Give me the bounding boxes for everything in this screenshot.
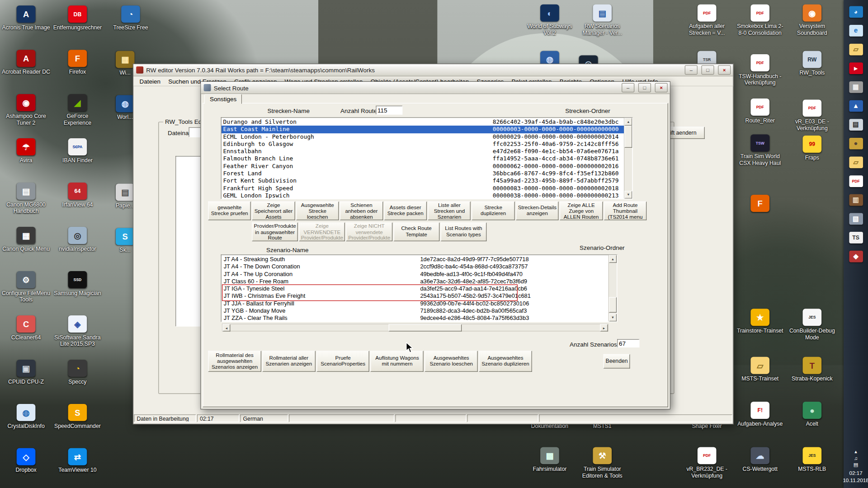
library-icon[interactable]: ▥	[847, 192, 864, 207]
desktop-icon-geforce-experience[interactable]: ◢ GeForce Experience	[53, 94, 102, 126]
East Coast Mainline[interactable]: East Coast Mainline 00000003-0000-0000-0…	[222, 126, 624, 133]
JT A4 - Streaking South[interactable]: JT A4 - Streaking South 1de72acc-8a2d-49…	[222, 256, 609, 263]
select-route-titlebar[interactable]: Select Route – □ ×	[201, 82, 670, 94]
scenario-horizontal-scrollbar[interactable]: ◄ ►	[222, 324, 609, 331]
scroll-right-arrow-icon[interactable]: ►	[600, 324, 608, 332]
desktop-icon-aufgaben-aller-strecken-v[interactable]: PDF Aufgaben aller Strecken = V...	[683, 5, 731, 36]
scroll-thumb[interactable]	[609, 297, 617, 313]
desktop-icon-canon-mg6800-handbuch[interactable]: ▤ Canon MG6800 Handbuch	[2, 183, 51, 214]
desktop-icon-world-of-subways-vol-2[interactable]: ◐ World of Subways Vol.2	[525, 5, 574, 36]
calculator-icon[interactable]: ▤	[847, 117, 864, 132]
desktop-icon-acelt[interactable]: ● Acelt	[788, 402, 836, 427]
desktop-icon-firefox[interactable]: F Firefox	[53, 50, 102, 75]
ts-app-icon[interactable]: TS	[847, 230, 864, 245]
scenario-action-button[interactable]: Auflistung Wagons mit nummern	[371, 351, 424, 372]
lock-icon[interactable]: ●	[847, 136, 864, 151]
tray-icon[interactable]: ♫	[854, 456, 858, 461]
Frankfurt High Speed[interactable]: Frankfurt High Speed 00000083-0000-0000-…	[222, 185, 624, 192]
Edinburgh to Glasgow[interactable]: Edinburgh to Glasgow ffc02253-25f0-40a6-…	[222, 141, 624, 148]
desktop-icon-trainstore-trainset[interactable]: ★ Trainstore-Trainset	[736, 309, 784, 334]
desktop-icon-route-riter[interactable]: PDF Route_Riter	[736, 99, 784, 124]
scenario-action-button[interactable]: Rollmaterial aller Szenarien anzeigen	[262, 351, 315, 372]
tray-icon[interactable]: ▤	[854, 463, 858, 468]
desktop-icon-straba-kopenick[interactable]: T Straba-Kopenick	[788, 357, 836, 382]
scenario-action-button[interactable]: Ausgewaehltes Szenario duplizieren	[479, 351, 532, 372]
dialog-close-button[interactable]: ×	[655, 83, 668, 93]
desktop-icon-conbuilder-debug-mode[interactable]: JES ConBuilder-Debug Mode	[788, 309, 836, 340]
desktop-icon-treesize-free[interactable]: ◔ TreeSize Free	[106, 5, 155, 31]
media-player-icon[interactable]: ▸	[847, 60, 864, 75]
folder2-icon[interactable]: ▱	[847, 155, 864, 170]
desktop-icon-msts-trainset[interactable]: ▱ MSTS-Trainset	[736, 357, 784, 382]
desktop-icon-canon-quick-menu[interactable]: ▦ Canon Quick Menu	[2, 227, 51, 252]
JT IGA - Tyneside Steel[interactable]: JT IGA - Tyneside Steel da3fef25-acc9-47…	[222, 285, 609, 292]
desktop-icon-samsung-magician[interactable]: SSD Samsung Magician	[53, 271, 102, 296]
desktop-icon-iban-finder[interactable]: S€PA IBAN Finder	[53, 138, 102, 164]
route-action-button[interactable]: Zeige Speicherort aller Assets	[252, 202, 295, 221]
scroll-thumb[interactable]	[624, 126, 632, 148]
desktop-icon-fraps[interactable]: 99 Fraps	[788, 136, 836, 161]
desktop-icon-firefox-shortcut[interactable]: F	[736, 195, 784, 212]
route-action-button-check-route-template[interactable]: Check Route Template	[393, 222, 439, 241]
Durango and Silverton[interactable]: Durango and Silverton 8266c402-39af-45da…	[222, 118, 624, 126]
desktop-icon-versystem-soundboard[interactable]: ◉ Versystem Soundboard	[788, 5, 836, 36]
desktop-icon-aufgaben-analyse[interactable]: F! Aufgaben-Analyse	[736, 402, 784, 427]
anzahl-routen-input[interactable]	[376, 106, 402, 115]
pdf-reader-icon[interactable]: PDF	[847, 173, 864, 188]
Falmouth Branch Line[interactable]: Falmouth Branch Line ffa14952-5aaa-4ccd-…	[222, 155, 624, 162]
route-action-button[interactable]: gewaehlte Strecke pruefen	[208, 202, 251, 221]
internet-explorer-icon[interactable]: e	[847, 23, 864, 38]
tab-sonstiges[interactable]: Sonstiges	[204, 94, 242, 104]
desktop-icon-nvidiainspector[interactable]: ◎ nvidiaInspector	[53, 227, 102, 252]
desktop-icon-fahrsimulator[interactable]: ▩ Fahrsimulator	[525, 447, 574, 472]
desktop-icon-msts-rlb[interactable]: JES MSTS-RLB	[788, 447, 836, 472]
JT Class 60 - Free Roam[interactable]: JT Class 60 - Free Roam a36e73ac-32d6-48…	[222, 278, 609, 285]
Feather River Canyon[interactable]: Feather River Canyon 00000062-0000-0000-…	[222, 163, 624, 170]
route-list-scrollbar[interactable]: ▲ ▼	[624, 118, 632, 199]
maximize-button[interactable]: □	[701, 65, 714, 75]
desktop-icon-ashampoo-core-tuner-2[interactable]: ◉ Ashampoo Core Tuner 2	[2, 94, 51, 126]
route-action-button-list-routes-with-scenario-types[interactable]: List Routes with Scenario types	[440, 222, 486, 241]
grey-app-icon[interactable]: ▦	[847, 79, 864, 94]
route-action-button-zeige-nicht-verwendete-provider-produkte[interactable]: Zeige NICHT verwendete Provider/Produkte	[346, 222, 392, 241]
anzahl-szenarios-input[interactable]	[617, 339, 639, 347]
JT A4 - The Down Coronation[interactable]: JT A4 - The Down Coronation 2ccf9d8c-ba4…	[222, 263, 609, 270]
JT IWB - Christmas Eve Freight[interactable]: JT IWB - Christmas Eve Freight 2543a175-…	[222, 292, 609, 300]
grey-app2-icon[interactable]: ▧	[847, 211, 864, 226]
scenario-list-scrollbar[interactable]: ▲ ▼	[609, 255, 617, 321]
route-action-button[interactable]: Strecke duplizieren	[472, 202, 515, 221]
desktop-icon-smokebox-lima-2-8-0-consolidation[interactable]: PDF Smokebox Lima 2-8-0 Consolidation	[736, 5, 784, 36]
desktop-icon-tsw-handbuch-verkn-pfung[interactable]: PDF TSW-Handbuch - Verknüpfung	[736, 54, 784, 86]
desktop-icon-crystaldiskinfo[interactable]: ◍ CrystalDiskInfo	[2, 404, 51, 429]
scenario-action-button[interactable]: Rollmaterial des ausgewaehlten Szenarios…	[208, 351, 261, 372]
scenario-action-button[interactable]: Ausgewaehltes Szenario loeschen	[425, 351, 478, 372]
desktop-icon-train-sim-world-csx-heavy-haul[interactable]: TSW Train Sim World CSX Heavy Haul	[736, 135, 784, 166]
desktop-icon-entfernungsrechner[interactable]: DB Entfernungsrechner	[53, 5, 102, 31]
taskbar-clock[interactable]: 02:17 10.11.2018	[843, 470, 868, 483]
route-action-button[interactable]: Add Route Thumbnail (TS2014 menu only)	[604, 202, 646, 221]
JT A4 - The Up Coronation[interactable]: JT A4 - The Up Coronation 49bedbfe-ad13-…	[222, 270, 609, 277]
desktop-icon-cs-wettergott[interactable]: ☁ CS-Wettergott	[736, 447, 784, 472]
puzzle-app-icon[interactable]: ◆	[847, 249, 864, 264]
dialog-restore-button[interactable]: □	[638, 83, 651, 93]
route-action-button-zeige-verwendete-provider-produkte[interactable]: Zeige VERWENDETE Provider/Produkte	[299, 222, 345, 241]
desktop-icon-vr-e03-de-verkn-pfung[interactable]: PDF vR_E03_DE - Verknüpfung	[788, 99, 836, 131]
desktop-icon-avira[interactable]: ☂ Avira	[2, 138, 51, 164]
desktop-icon-sisoftware-sandra-lite-2015-sp3[interactable]: ◈ SiSoftware Sandra Lite 2015.SP3	[53, 315, 102, 347]
route-action-button[interactable]: Liste aller Strecken und Szenarien druck…	[428, 202, 471, 221]
minimize-button[interactable]: –	[685, 65, 698, 75]
route-action-button[interactable]: Schienen anheben oder absenken	[340, 202, 383, 221]
dialog-minimize-button[interactable]: –	[622, 83, 634, 93]
desktop-icon-train-simulator-editoren-tools[interactable]: ⚒ Train Simulator Editoren & Tools	[578, 447, 627, 479]
desktop-icon-acrobat-reader-dc[interactable]: A Acrobat Reader DC	[2, 50, 51, 75]
folder-icon[interactable]: ▱	[847, 42, 864, 57]
shield-icon[interactable]: ▲	[847, 98, 864, 113]
blue-orb-icon[interactable]: ◕	[847, 4, 864, 19]
ECML London - Peterborough[interactable]: ECML London - Peterborough 00000029-0000…	[222, 133, 624, 141]
JT YGB - Monday Move[interactable]: JT YGB - Monday Move 7189c882-dca3-4dec-…	[222, 307, 609, 314]
route-action-button[interactable]: Zeige ALLE Zuege von ALLEN Routen	[560, 202, 603, 221]
desktop-icon-configure-filemenu-tools[interactable]: ⚙ Configure FileMenu Tools	[2, 271, 51, 303]
Ennstalbahn[interactable]: Ennstalbahn e47d2e68-f090-4e1c-bb54-07a6…	[222, 148, 624, 155]
GEML London Ipswich[interactable]: GEML London Ipswich 00000038-0000-0000-0…	[222, 192, 624, 199]
desktop-icon-speccy[interactable]: ◔ Speccy	[53, 360, 102, 385]
